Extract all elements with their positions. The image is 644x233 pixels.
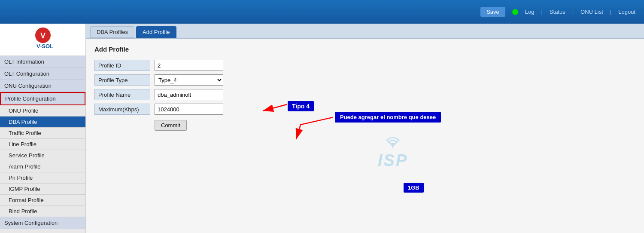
sidebar-item-onu-profile[interactable]: ONU Profile [0,105,85,116]
content-area: Add Profile Profile ID Profile Type Type… [86,39,644,233]
main-content: DBA Profiles Add Profile Add Profile Pro… [86,24,644,233]
sidebar-item-service-profile[interactable]: Service Profile [0,150,85,161]
maximum-kbps-input[interactable] [155,104,223,115]
profile-type-select[interactable]: Type_1 Type_2 Type_3 Type_4 [155,74,223,86]
sidebar-item-igmp-profile[interactable]: IGMP Profile [0,184,85,195]
svg-text:V: V [40,31,45,40]
tipo4-annotation: Tipo 4 [288,101,314,111]
sidebar-item-system-configuration[interactable]: System Configuration [0,217,85,229]
tab-add-profile[interactable]: Add Profile [136,26,176,38]
logout-link[interactable]: Logout [618,9,635,15]
top-header: Save Log | Status | ONU List | Logout [0,0,644,24]
maximum-kbps-label: Maximum(Kbps) [94,104,150,115]
sidebar-item-olt-configuration[interactable]: OLT Configuration [0,68,85,80]
profile-name-input[interactable] [155,89,223,100]
nombre-annotation: Puede agregar el nombre que desee [335,112,441,123]
save-button[interactable]: Save [480,7,505,17]
sidebar-item-alarm-profile[interactable]: Alarm Profile [0,161,85,172]
tab-dba-profiles[interactable]: DBA Profiles [90,26,134,38]
sidebar-item-format-profile[interactable]: Format Profile [0,195,85,206]
size-annotation: 1GB [404,183,424,193]
status-link[interactable]: Status [550,9,565,15]
sidebar-item-profile-configuration[interactable]: Profile Configuration [0,92,85,105]
svg-text:V·SOL: V·SOL [36,43,53,49]
isp-watermark: ISP [378,133,408,170]
sidebar-item-line-profile[interactable]: Line Profile [0,139,85,150]
profile-name-row: Profile Name [94,89,635,100]
profile-id-input[interactable] [155,60,223,71]
onu-list-link[interactable]: ONU List [580,9,603,15]
main-layout: V V·SOL OLT Information OLT Configuratio… [0,24,644,233]
sidebar-item-bind-profile[interactable]: Bind Profile [0,206,85,217]
status-indicator [512,9,518,15]
sidebar-item-dba-profile[interactable]: DBA Profile [0,116,85,128]
isp-text: ISP [378,151,408,170]
profile-name-label: Profile Name [94,89,150,100]
logo-area: V V·SOL [0,24,85,56]
wifi-icon [378,133,408,151]
profile-id-row: Profile ID [94,60,635,71]
sidebar-item-onu-configuration[interactable]: ONU Configuration [0,80,85,92]
sidebar: V V·SOL OLT Information OLT Configuratio… [0,24,86,233]
profile-type-label: Profile Type [94,74,150,86]
profile-id-label: Profile ID [94,60,150,71]
tab-bar: DBA Profiles Add Profile [86,24,644,39]
commit-button[interactable]: Commit [155,120,187,131]
logo-icon: V V·SOL [32,27,54,52]
page-title: Add Profile [94,46,635,53]
sidebar-item-traffic-profile[interactable]: Traffic Profile [0,128,85,139]
log-link[interactable]: Log [525,9,535,15]
logo: V V·SOL [32,27,54,52]
sidebar-item-pri-profile[interactable]: Pri Profile [0,172,85,184]
profile-type-row: Profile Type Type_1 Type_2 Type_3 Type_4 [94,74,635,86]
sidebar-item-olt-information[interactable]: OLT Information [0,56,85,68]
